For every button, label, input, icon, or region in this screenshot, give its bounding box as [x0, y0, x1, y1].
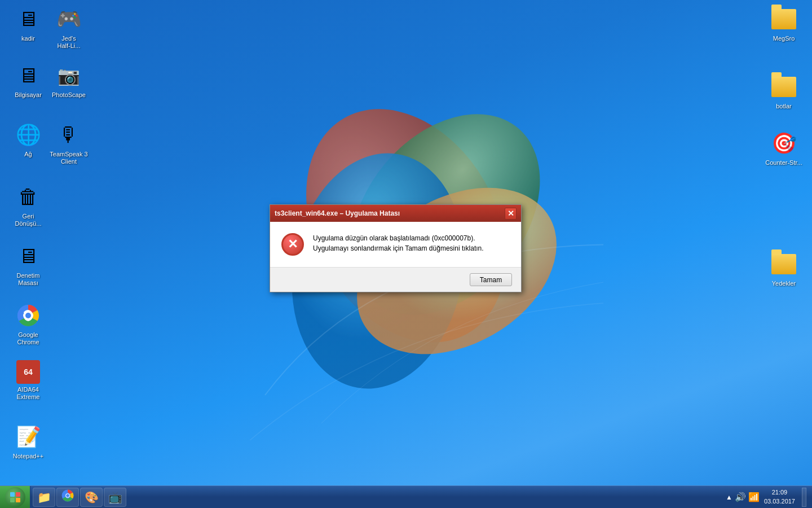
svg-rect-11 — [16, 498, 20, 502]
svg-rect-9 — [16, 492, 20, 497]
error-dialog: ts3client_win64.exe – Uygulama Hatası ✕ … — [270, 204, 522, 292]
taskbar-item-chrome[interactable] — [56, 488, 79, 507]
start-button[interactable] — [0, 486, 30, 509]
other-icon: 📺 — [108, 491, 122, 504]
svg-rect-8 — [10, 492, 15, 497]
start-orb — [5, 487, 25, 507]
taskbar-items: 📁 🎨 📺 — [30, 486, 720, 508]
taskbar-item-explorer[interactable]: 📁 — [33, 488, 55, 507]
ok-button[interactable]: Tamam — [470, 273, 512, 286]
show-desktop-button[interactable] — [802, 488, 806, 507]
explorer-icon: 📁 — [37, 491, 51, 504]
dialog-overlay: ts3client_win64.exe – Uygulama Hatası ✕ … — [0, 0, 812, 508]
clock-date: 03.03.2017 — [764, 497, 795, 506]
dialog-footer: Tamam — [270, 267, 521, 292]
paint-icon: 🎨 — [85, 491, 99, 504]
dialog-body: ✕ Uygulama düzgün olarak başlatılamadı (… — [270, 222, 521, 267]
dialog-titlebar: ts3client_win64.exe – Uygulama Hatası ✕ — [270, 205, 521, 222]
clock-time: 21:09 — [764, 488, 795, 497]
svg-point-14 — [66, 494, 69, 497]
tray-arrow[interactable]: ▲ — [726, 493, 732, 501]
taskbar-item-paint[interactable]: 🎨 — [80, 488, 103, 507]
desktop: 🖥 kadir 🎮 Jed'sHalf-Li... 🖥 Bilgisayar 📷… — [0, 0, 812, 508]
svg-rect-10 — [10, 498, 15, 502]
dialog-close-button[interactable]: ✕ — [505, 208, 517, 220]
dialog-title: ts3client_win64.exe – Uygulama Hatası — [275, 209, 505, 217]
system-tray: ▲ 🔊 📶 — [726, 492, 760, 502]
network-icon: 🔊 — [735, 492, 746, 502]
taskbar: 📁 🎨 📺 — [0, 485, 812, 508]
taskbar-clock: 21:09 03.03.2017 — [764, 488, 795, 506]
error-message-text: Uygulama düzgün olarak başlatılamadı (0x… — [313, 233, 510, 253]
chrome-taskbar-icon — [61, 489, 74, 505]
volume-icon: 📶 — [748, 492, 760, 502]
error-icon: ✕ — [281, 233, 304, 256]
taskbar-item-other[interactable]: 📺 — [104, 488, 126, 507]
taskbar-right: ▲ 🔊 📶 21:09 03.03.2017 — [720, 486, 812, 508]
